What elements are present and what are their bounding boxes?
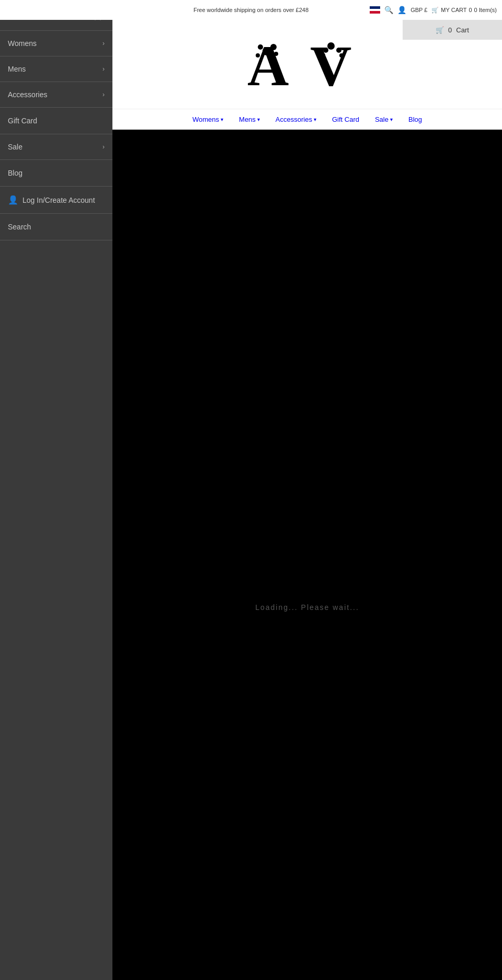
svg-text:A: A: [247, 36, 289, 93]
sidebar-login-label: Log In/Create Account: [22, 196, 95, 204]
sidebar-mens-header[interactable]: Mens ›: [0, 56, 112, 82]
nav-giftcard-label: Gift Card: [332, 116, 359, 123]
loading-text: Loading... Please wait...: [255, 603, 359, 612]
nav-mens-chevron: ▾: [257, 117, 260, 122]
header-cart-icon: 🛒: [436, 26, 444, 34]
nav-bar: Womens ▾ Mens ▾ Accessories ▾ Gift Card …: [112, 109, 502, 130]
nav-sale-chevron: ▾: [390, 117, 393, 122]
sidebar-search-label: Search: [8, 223, 31, 231]
svg-point-2: [263, 47, 271, 55]
svg-point-5: [274, 52, 278, 56]
sidebar-blog-label: Blog: [8, 169, 22, 177]
nav-accessories-label: Accessories: [276, 116, 312, 123]
main-content: Loading... Please wait...: [112, 130, 502, 980]
sidebar-mens-chevron: ›: [102, 65, 105, 73]
top-bar-right: 🔍 👤 GBP £ 🛒 MY CART 0 0 Item(s): [370, 6, 497, 14]
sidebar-item-login[interactable]: 👤 Log In/Create Account: [0, 187, 112, 214]
svg-point-11: [339, 53, 344, 57]
svg-point-10: [323, 48, 328, 53]
sidebar-item-blog[interactable]: Blog: [0, 160, 112, 187]
sidebar-giftcard-label: Gift Card: [8, 117, 37, 125]
svg-point-9: [336, 48, 341, 53]
nav-blog-label: Blog: [408, 116, 422, 123]
header-cart-button[interactable]: 🛒 0 Cart: [403, 20, 502, 40]
sidebar-item-sale[interactable]: Sale ›: [0, 134, 112, 160]
nav-item-womens[interactable]: Womens ▾: [192, 116, 223, 123]
sidebar-sale-chevron: ›: [102, 143, 105, 151]
nav-item-mens[interactable]: Mens ▾: [239, 116, 260, 123]
nav-item-blog[interactable]: Blog: [408, 116, 422, 123]
nav-item-accessories[interactable]: Accessories ▾: [276, 116, 316, 123]
header-cart-count: 0: [448, 26, 452, 34]
header-cart-label: Cart: [456, 26, 469, 34]
svg-point-4: [258, 44, 263, 50]
svg-point-8: [327, 42, 335, 50]
svg-point-3: [270, 44, 277, 50]
search-icon[interactable]: 🔍: [384, 6, 393, 14]
currency-label[interactable]: GBP £: [410, 7, 427, 13]
top-bar-cart-icon: 🛒: [431, 7, 439, 14]
top-bar-cart[interactable]: 🛒 MY CART 0 0 Item(s): [431, 7, 497, 14]
nav-womens-label: Womens: [192, 116, 219, 123]
sidebar-item-accessories[interactable]: Accessories ›: [0, 82, 112, 108]
svg-point-12: [321, 53, 325, 57]
sidebar-item-search[interactable]: Search: [0, 214, 112, 240]
top-bar-cart-label: MY CART: [441, 7, 466, 13]
sidebar-womens-header[interactable]: Womens ›: [0, 31, 112, 56]
sidebar-item-womens[interactable]: Womens ›: [0, 31, 112, 56]
nav-mens-label: Mens: [239, 116, 256, 123]
sidebar-item-mens[interactable]: Mens ›: [0, 56, 112, 82]
flag-icon: [370, 6, 380, 14]
nav-accessories-chevron: ▾: [314, 117, 316, 122]
sidebar-womens-chevron: ›: [102, 40, 105, 47]
nav-womens-chevron: ▾: [221, 117, 223, 122]
sidebar-mens-label: Mens: [8, 65, 26, 73]
svg-point-6: [256, 53, 260, 57]
top-bar-cart-items: 0 Item(s): [474, 7, 497, 13]
sidebar-item-giftcard[interactable]: Gift Card: [0, 108, 112, 134]
nav-item-sale[interactable]: Sale ▾: [375, 116, 393, 123]
nav-sale-label: Sale: [375, 116, 389, 123]
sidebar-accessories-chevron: ›: [102, 91, 105, 98]
top-bar: Free worldwide shipping on orders over £…: [0, 0, 502, 20]
nav-item-giftcard[interactable]: Gift Card: [332, 116, 359, 123]
sidebar-sale-label: Sale: [8, 143, 22, 151]
user-account-icon: 👤: [8, 195, 18, 205]
sidebar-accessories-label: Accessories: [8, 90, 47, 99]
sidebar-accessories-header[interactable]: Accessories ›: [0, 82, 112, 107]
sidebar: CART 0 🛒 Womens › Mens › Accessories › G…: [0, 0, 112, 980]
sidebar-womens-label: Womens: [8, 39, 37, 48]
sidebar-sale-header[interactable]: Sale ›: [0, 134, 112, 159]
logo[interactable]: A V: [224, 33, 391, 96]
user-icon[interactable]: 👤: [397, 6, 406, 14]
promo-text: Free worldwide shipping on orders over £…: [193, 7, 309, 13]
top-bar-cart-count: 0: [469, 7, 472, 13]
